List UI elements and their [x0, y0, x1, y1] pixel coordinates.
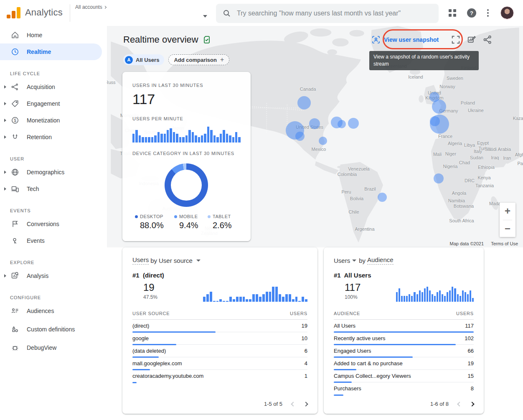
row-value: 4 — [305, 360, 307, 367]
bar — [262, 294, 265, 302]
dimension-dropdown[interactable]: Audience — [367, 256, 394, 265]
zoom-in-button[interactable]: + — [500, 203, 515, 220]
bar — [213, 135, 216, 143]
bar — [210, 292, 212, 302]
edit-chart-icon[interactable] — [467, 35, 476, 44]
bar — [421, 292, 423, 302]
bar — [414, 292, 415, 302]
table-row: Recently active users102 — [334, 332, 474, 345]
previous-page-icon[interactable] — [457, 402, 462, 406]
more-vert-icon[interactable] — [487, 9, 489, 17]
view-user-snapshot-button[interactable]: View user snapshot — [366, 31, 444, 48]
bar — [226, 134, 228, 143]
sidebar-item-audiences[interactable]: Audiences — [0, 303, 107, 319]
expand-caret-icon[interactable] — [4, 85, 6, 89]
row-value-bar — [132, 369, 150, 370]
map-country-label: Bolivia — [350, 196, 363, 201]
sidebar-item-conversions[interactable]: Conversions — [0, 216, 107, 232]
apps-grid-icon[interactable] — [449, 9, 456, 17]
comparison-chip-all-users[interactable]: A All Users — [123, 54, 164, 65]
sidebar-item-acquisition[interactable]: Acquisition — [0, 79, 107, 95]
row-label: Campus Collect...egory Viewers — [334, 373, 411, 379]
fullscreen-icon[interactable] — [451, 35, 460, 44]
custom-definitions-icon — [11, 325, 19, 333]
sidebar-item-label: DebugView — [27, 344, 98, 351]
bar — [259, 297, 262, 302]
bar — [460, 296, 461, 302]
row-value-bar — [334, 356, 413, 358]
active-users-bubble — [432, 99, 446, 114]
sidebar-item-engagement[interactable]: Engagement — [0, 95, 107, 112]
dropdown-caret-icon[interactable] — [352, 260, 356, 262]
expand-caret-icon[interactable] — [4, 102, 6, 105]
map-country-label: Botswana — [454, 204, 474, 209]
zoom-out-button[interactable]: − — [500, 220, 515, 237]
sidebar-item-realtime[interactable]: Realtime — [0, 43, 102, 60]
row-value-bar — [334, 331, 474, 333]
sidebar-item-events[interactable]: Events — [0, 232, 107, 249]
map-country-label: Peru — [341, 189, 351, 194]
add-comparison-button[interactable]: Add comparison + — [168, 54, 229, 65]
sidebar-item-custom-definitions[interactable]: Custom definitions — [0, 319, 107, 339]
sidebar-item-label: Acquisition — [27, 84, 98, 91]
active-users-bubble — [297, 96, 311, 109]
next-page-icon[interactable] — [470, 402, 474, 406]
map-country-label: Nigeria — [443, 164, 458, 169]
device-category-label: DEVICE CATEGORY IN LAST 30 MINUTES — [132, 151, 234, 156]
next-page-icon[interactable] — [303, 402, 308, 406]
map-country-label: Chad — [459, 160, 470, 165]
chevron-right-icon — [104, 5, 107, 8]
user-avatar[interactable] — [500, 6, 514, 20]
main-content: RussGreenlandIcelandFinlandSwedenNorwayU… — [107, 26, 523, 420]
table-row: Purchasers8 — [334, 382, 474, 395]
share-icon[interactable] — [483, 35, 492, 44]
bar — [399, 288, 400, 302]
bar — [272, 287, 274, 302]
map-country-label: Iran — [503, 155, 511, 160]
bar — [203, 297, 206, 302]
account-dropdown-caret-icon[interactable] — [203, 15, 207, 18]
top-rank-label: #1 All Users — [334, 272, 371, 279]
search-input[interactable] — [237, 10, 432, 17]
expand-caret-icon[interactable] — [4, 171, 6, 174]
search-bar[interactable] — [216, 4, 439, 23]
bar — [229, 135, 231, 143]
dimension-dropdown[interactable]: User source — [159, 257, 193, 264]
map-country-label: Angola — [452, 191, 466, 196]
sidebar-item-monetization[interactable]: $Monetization — [0, 112, 107, 129]
sidebar-item-debugview[interactable]: DebugView — [0, 339, 107, 356]
source-pagination: 1-5 of 5 — [264, 401, 307, 407]
bar — [282, 297, 284, 302]
expand-caret-icon[interactable] — [4, 187, 6, 191]
map-zoom-control: + − — [500, 203, 515, 237]
map-country-label: Canada — [300, 87, 316, 92]
users-30min-value: 117 — [132, 91, 155, 107]
table-row: creatoracademy.youtube.com1 — [132, 370, 307, 382]
bar — [229, 297, 232, 302]
bar — [444, 296, 446, 302]
analytics-logo-icon[interactable] — [7, 7, 21, 19]
metric-dropdown[interactable]: Users — [334, 257, 350, 264]
expand-caret-icon[interactable] — [4, 119, 6, 122]
map-terms-link[interactable]: Terms of Use — [491, 241, 518, 246]
top-rank-value: 117 — [345, 282, 361, 293]
previous-page-icon[interactable] — [291, 402, 295, 406]
bar — [207, 127, 209, 143]
bar — [401, 296, 403, 302]
expand-caret-icon[interactable] — [4, 135, 6, 139]
sidebar-item-tech[interactable]: Tech — [0, 181, 107, 197]
source-table: (direct)19google10(data deleted)6mall.go… — [132, 319, 307, 382]
sidebar-item-analysis[interactable]: Analysis — [0, 267, 107, 284]
help-icon[interactable]: ? — [467, 8, 476, 18]
metric-dropdown[interactable]: Users — [132, 256, 149, 265]
sidebar-item-home[interactable]: Home — [0, 27, 107, 43]
data-quality-check-icon[interactable] — [203, 36, 211, 44]
map-country-label: Sudan — [470, 155, 483, 160]
sidebar-item-retention[interactable]: Retention — [0, 129, 107, 145]
bar — [404, 296, 405, 302]
breadcrumb-account-picker[interactable]: All accounts — [75, 4, 106, 10]
expand-caret-icon[interactable] — [4, 274, 6, 277]
bar — [167, 130, 169, 143]
dropdown-caret-icon[interactable] — [196, 260, 201, 262]
sidebar-item-demographics[interactable]: Demographics — [0, 164, 107, 181]
